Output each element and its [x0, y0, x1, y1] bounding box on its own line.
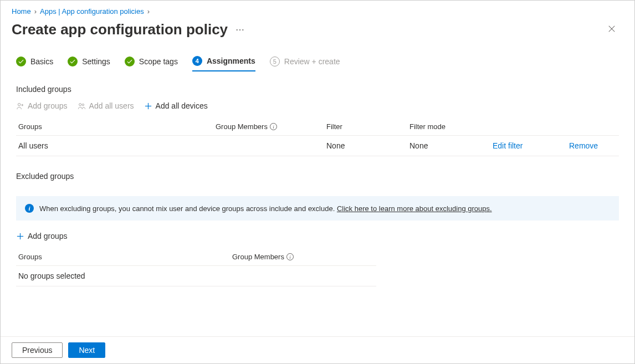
- tool-label: Add groups: [28, 101, 68, 110]
- table-row: All users None None Edit filter Remove: [16, 136, 619, 156]
- add-groups-button[interactable]: Add groups: [16, 100, 68, 111]
- breadcrumb: Home › Apps | App configuration policies…: [1, 1, 634, 18]
- tool-label: Add groups: [28, 232, 68, 240]
- wizard-footer: Previous Next: [1, 336, 634, 363]
- add-all-devices-button[interactable]: Add all devices: [144, 100, 208, 111]
- col-header-filter: Filter: [326, 122, 409, 131]
- excluded-groups-table: Groups Group Members i No groups selecte…: [16, 248, 619, 286]
- more-actions-button[interactable]: ⋯: [235, 24, 244, 35]
- table-header-row: Groups Group Members i Filter Filter mod…: [16, 118, 619, 136]
- col-header-groups: Groups: [16, 253, 232, 261]
- wizard-step-review: 5 Review + create: [270, 57, 340, 71]
- wizard-step-label: Settings: [82, 57, 110, 66]
- tool-label: Add all devices: [156, 101, 208, 110]
- chevron-right-icon: ›: [34, 7, 37, 16]
- svg-point-6: [82, 104, 84, 105]
- wizard-step-scope-tags[interactable]: Scope tags: [125, 57, 178, 71]
- step-number-icon: 5: [270, 57, 280, 66]
- info-icon: i: [25, 204, 34, 213]
- step-number-icon: 4: [192, 56, 202, 66]
- checkmark-icon: [16, 57, 26, 66]
- wizard-step-label: Assignments: [207, 57, 255, 65]
- banner-text: When excluding groups, you cannot mix us…: [39, 204, 492, 213]
- tool-label: Add all users: [89, 101, 134, 110]
- cell-filter: None: [326, 141, 409, 150]
- person-add-icon: [16, 102, 24, 110]
- excluded-groups-label: Excluded groups: [16, 172, 619, 181]
- plus-icon: [16, 232, 24, 240]
- table-header-row: Groups Group Members i: [16, 248, 376, 266]
- wizard-step-label: Scope tags: [139, 57, 178, 66]
- wizard-step-assignments[interactable]: 4 Assignments: [192, 56, 255, 71]
- included-groups-label: Included groups: [16, 85, 619, 94]
- empty-text: No groups selected: [16, 271, 232, 280]
- wizard-step-settings[interactable]: Settings: [68, 57, 110, 71]
- excluded-toolbar: Add groups: [16, 230, 619, 242]
- checkmark-icon: [68, 57, 78, 66]
- chevron-right-icon: ›: [147, 7, 150, 16]
- wizard-step-basics[interactable]: Basics: [16, 57, 53, 71]
- info-banner: i When excluding groups, you cannot mix …: [16, 196, 619, 221]
- remove-link[interactable]: Remove: [569, 141, 598, 150]
- col-header-members: Group Members i: [216, 122, 326, 131]
- wizard-step-label: Review + create: [284, 57, 340, 66]
- wizard-steps: Basics Settings Scope tags 4 Assignments…: [1, 46, 634, 71]
- page-header: Create app configuration policy ⋯: [1, 18, 634, 46]
- edit-filter-link[interactable]: Edit filter: [493, 141, 523, 150]
- info-icon[interactable]: i: [270, 123, 277, 130]
- col-header-mode: Filter mode: [409, 122, 493, 131]
- svg-point-5: [79, 103, 81, 105]
- content-area: Included groups Add groups Add all users…: [1, 71, 634, 346]
- included-toolbar: Add groups Add all users Add all devices: [16, 100, 619, 111]
- svg-point-2: [18, 103, 21, 106]
- close-icon: [608, 25, 616, 33]
- col-header-groups: Groups: [16, 122, 216, 131]
- cell-members: [216, 141, 326, 150]
- cell-mode: None: [409, 141, 493, 150]
- breadcrumb-home[interactable]: Home: [12, 7, 31, 16]
- breadcrumb-apps[interactable]: Apps | App configuration policies: [40, 7, 144, 16]
- col-header-members: Group Members i: [232, 253, 376, 261]
- add-groups-excluded-button[interactable]: Add groups: [16, 230, 68, 242]
- included-groups-table: Groups Group Members i Filter Filter mod…: [16, 118, 619, 156]
- add-all-users-button[interactable]: Add all users: [78, 100, 134, 111]
- checkmark-icon: [125, 57, 135, 66]
- close-button[interactable]: [603, 23, 620, 37]
- table-row-empty: No groups selected: [16, 266, 376, 286]
- wizard-step-label: Basics: [30, 57, 53, 66]
- cell-group: All users: [16, 141, 216, 150]
- page-title: Create app configuration policy: [12, 21, 228, 38]
- plus-icon: [144, 102, 152, 110]
- banner-learn-more-link[interactable]: Click here to learn more about excluding…: [337, 204, 492, 213]
- next-button[interactable]: Next: [68, 342, 105, 358]
- people-icon: [78, 102, 86, 110]
- previous-button[interactable]: Previous: [12, 342, 63, 358]
- info-icon[interactable]: i: [286, 253, 294, 260]
